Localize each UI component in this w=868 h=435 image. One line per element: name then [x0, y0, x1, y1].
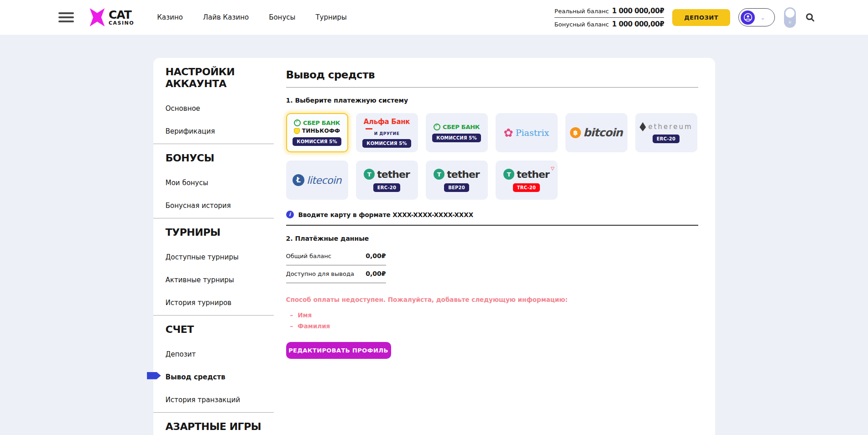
- list-marker: –: [290, 321, 293, 331]
- payment-method-piastrix[interactable]: ✿ Piastrix: [496, 113, 558, 152]
- profile-menu-button[interactable]: ⌄: [738, 8, 775, 26]
- sidebar-section-gambling: АЗАРТНЫЕ ИГРЫ: [166, 421, 271, 433]
- bonus-balance-value: 1 000 000,00₽: [612, 20, 664, 28]
- alfabank-sublabel: И ДРУГИЕ: [374, 131, 400, 136]
- sidebar-item-bonus-history[interactable]: Бонусная история: [166, 193, 286, 210]
- sidebar-item-main[interactable]: Основное: [166, 96, 286, 113]
- bitcoin-label: bitcoin: [583, 126, 622, 139]
- sidebar-item-withdrawal[interactable]: Вывод средств: [166, 365, 286, 381]
- payment-method-litecoin[interactable]: Ł litecoin: [286, 161, 348, 200]
- missing-lastname-label: Фамилия: [298, 321, 330, 331]
- tether-label: tether ▽: [517, 169, 549, 180]
- ethereum-icon: [639, 122, 646, 131]
- network-badge: ERC-20: [373, 183, 400, 192]
- step1-label: 1. Выберите платежную систему: [286, 97, 698, 104]
- payment-method-tether-trc20[interactable]: T tether ▽ TRC-20: [496, 161, 558, 200]
- payment-method-tether-bep20[interactable]: T tether BEP20: [426, 161, 488, 200]
- payment-method-bitcoin[interactable]: ฿ bitcoin: [565, 113, 627, 152]
- ethereum-label: ethereum: [648, 123, 692, 131]
- tether-label: tether: [377, 169, 409, 180]
- tether-icon: T: [364, 169, 375, 180]
- litecoin-icon: Ł: [293, 174, 304, 186]
- active-item-arrow-icon: [147, 372, 161, 379]
- section-divider: [286, 225, 698, 226]
- tether-icon: T: [503, 169, 514, 180]
- top-header: CAT CASINO Казино Лайв Казино Бонусы Тур…: [0, 0, 868, 35]
- step2-label: 2. Платёжные данные: [286, 235, 698, 242]
- total-balance-label: Общий баланс: [286, 253, 331, 259]
- page-title: Вывод средств: [286, 69, 698, 81]
- chevron-down-icon: ⌄: [760, 14, 765, 21]
- payment-method-tether-erc20[interactable]: T tether ERC-20: [356, 161, 418, 200]
- sidebar-item-deposit[interactable]: Депозит: [166, 342, 286, 358]
- commission-badge: КОМИССИЯ 5%: [432, 134, 481, 142]
- missing-info-item-lastname: – Фамилия: [286, 321, 698, 331]
- sidebar-section-account-settings: НАСТРОЙКИ АККАУНТА: [166, 66, 271, 90]
- network-badge: ERC-20: [653, 135, 680, 143]
- payment-unavailable-warning: Способ оплаты недоступен. Пожалуйста, до…: [286, 296, 698, 303]
- litecoin-label: litecoin: [307, 175, 341, 186]
- info-icon: i: [286, 211, 294, 218]
- missing-info-item-firstname: – Имя: [286, 310, 698, 321]
- main-nav: Казино Лайв Казино Бонусы Турниры: [157, 13, 347, 21]
- logo-subtitle: CASINO: [109, 21, 134, 26]
- sidebar-item-my-bonuses[interactable]: Мои бонусы: [166, 171, 286, 187]
- sidebar-item-tournament-history[interactable]: История турниров: [166, 290, 286, 307]
- bonus-balance-label: Бонусный баланс: [554, 21, 609, 28]
- card-format-text: Вводите карту в формате XXXX-XXXX-XXXX-X…: [298, 211, 474, 218]
- edit-profile-button[interactable]: РЕДАКТИРОВАТЬ ПРОФИЛЬ: [286, 342, 391, 359]
- hamburger-menu-icon[interactable]: [58, 12, 74, 22]
- card-format-note: i Вводите карту в формате XXXX-XXXX-XXXX…: [286, 211, 698, 218]
- payment-methods-grid: СБЕР БАНК ТИНЬКОФФ КОМИССИЯ 5% Альфа Бан…: [286, 113, 698, 200]
- withdrawal-panel: Вывод средств 1. Выберите платежную сист…: [286, 58, 715, 435]
- deposit-button[interactable]: ДЕПОЗИТ: [672, 9, 730, 26]
- sidebar-item-transaction-history[interactable]: История транзакций: [166, 388, 286, 404]
- nav-item-live-casino[interactable]: Лайв Казино: [203, 13, 249, 21]
- alfabank-underline-icon: [366, 128, 372, 129]
- available-balance-value: 0,00₽: [366, 270, 386, 277]
- theme-toggle[interactable]: ☀: [784, 7, 796, 28]
- commission-badge: КОМИССИЯ 5%: [362, 139, 411, 148]
- tether-label-text: tether: [517, 169, 549, 180]
- real-balance-value: 1 000 000,00₽: [612, 7, 664, 15]
- list-marker: –: [290, 311, 293, 320]
- account-card: НАСТРОЙКИ АККАУНТА Основное Верификация …: [153, 58, 715, 435]
- sberbank-label: СБЕР БАНК: [303, 119, 340, 126]
- payment-method-alfabank[interactable]: Альфа Банк И ДРУГИЕ КОМИССИЯ 5%: [356, 113, 418, 152]
- bitcoin-icon: ฿: [570, 127, 581, 138]
- tether-icon: T: [434, 169, 444, 180]
- sidebar-section-bonuses: БОНУСЫ: [166, 152, 271, 164]
- sidebar-divider: [153, 218, 274, 218]
- tether-label: tether: [447, 169, 479, 180]
- sidebar-item-active-tournaments[interactable]: Активные турниры: [166, 268, 286, 284]
- available-balance-label: Доступно для вывода: [286, 270, 354, 277]
- payment-method-sberbank[interactable]: СБЕР БАНК КОМИССИЯ 5%: [426, 113, 488, 152]
- cat-logo-icon: [89, 8, 105, 26]
- balance-block: Реальный баланс 1 000 000,00₽ Бонусный б…: [554, 7, 664, 28]
- commission-badge: КОМИССИЯ 5%: [293, 137, 341, 146]
- network-badge: BEP20: [444, 183, 469, 192]
- alfabank-label: Альфа Банк: [364, 118, 410, 126]
- network-badge: TRC-20: [513, 183, 540, 192]
- nav-item-tournaments[interactable]: Турниры: [315, 13, 346, 21]
- cat-casino-logo[interactable]: CAT CASINO: [89, 8, 134, 26]
- sidebar-divider: [153, 315, 274, 316]
- sidebar-item-available-tournaments[interactable]: Доступные турниры: [166, 245, 286, 261]
- sberbank-icon: [294, 119, 301, 126]
- avatar-icon: [741, 10, 755, 25]
- sidebar-item-verification[interactable]: Верификация: [166, 119, 286, 135]
- tinkoff-label: ТИНЬКОФФ: [302, 128, 340, 134]
- tinkoff-icon: [294, 128, 300, 134]
- search-icon[interactable]: [805, 12, 815, 22]
- piastrix-flower-icon: ✿: [504, 127, 513, 139]
- nav-item-bonuses[interactable]: Бонусы: [269, 13, 295, 21]
- sun-icon: ☀: [784, 20, 796, 26]
- sidebar-section-tournaments: ТУРНИРЫ: [166, 227, 271, 238]
- real-balance-row: Реальный баланс 1 000 000,00₽: [554, 7, 664, 18]
- payment-method-sber-tinkoff[interactable]: СБЕР БАНК ТИНЬКОФФ КОМИССИЯ 5%: [286, 113, 348, 152]
- sberbank-icon: [434, 124, 440, 130]
- title-divider: [286, 87, 698, 88]
- nav-item-casino[interactable]: Казино: [157, 13, 183, 21]
- sidebar-divider: [153, 144, 274, 144]
- payment-method-ethereum[interactable]: ethereum ERC-20: [635, 113, 697, 152]
